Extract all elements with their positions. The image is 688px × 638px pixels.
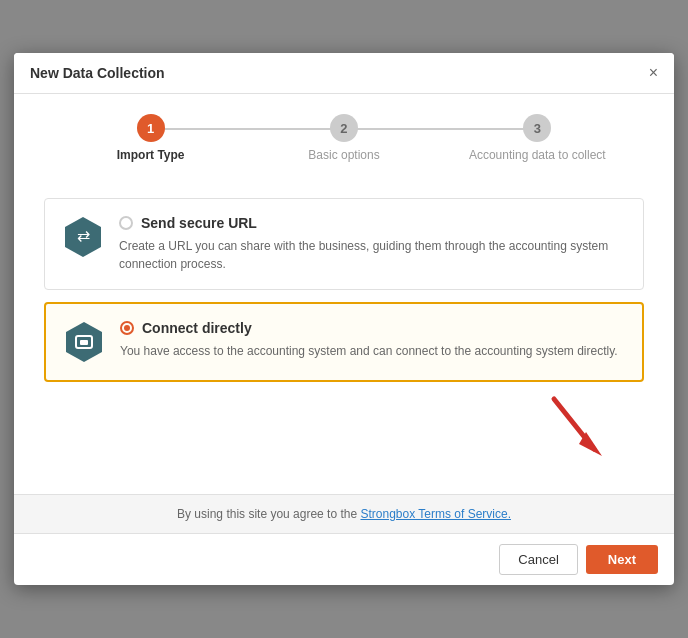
option-send-url-title: Send secure URL bbox=[141, 215, 257, 231]
option-send-url-content: Send secure URL Create a URL you can sha… bbox=[119, 215, 627, 273]
modal-header: New Data Collection × bbox=[14, 53, 674, 94]
modal-body: ⇄ Send secure URL Create a URL you can s… bbox=[14, 178, 674, 494]
option-send-url-desc: Create a URL you can share with the busi… bbox=[119, 237, 627, 273]
option-connect-directly-title: Connect directly bbox=[142, 320, 252, 336]
step-3-circle: 3 bbox=[523, 114, 551, 142]
step-2: 2 Basic options bbox=[247, 114, 440, 162]
option-connect-directly[interactable]: Connect directly You have access to the … bbox=[44, 302, 644, 382]
option-connect-directly-desc: You have access to the accounting system… bbox=[120, 342, 626, 360]
connect-directly-icon bbox=[62, 320, 106, 364]
option-connect-directly-content: Connect directly You have access to the … bbox=[120, 320, 626, 360]
option-connect-directly-radio bbox=[120, 321, 134, 335]
step-3-label: Accounting data to collect bbox=[469, 148, 606, 162]
option-send-url-header: Send secure URL bbox=[119, 215, 627, 231]
svg-rect-4 bbox=[80, 340, 88, 345]
terms-link[interactable]: Strongbox Terms of Service. bbox=[360, 507, 511, 521]
footer-note: By using this site you agree to the Stro… bbox=[14, 494, 674, 533]
option-send-url[interactable]: ⇄ Send secure URL Create a URL you can s… bbox=[44, 198, 644, 290]
step-3: 3 Accounting data to collect bbox=[441, 114, 634, 162]
arrow-area bbox=[44, 394, 644, 474]
step-1-label: Import Type bbox=[117, 148, 185, 162]
footer-note-text: By using this site you agree to the bbox=[177, 507, 360, 521]
option-connect-directly-header: Connect directly bbox=[120, 320, 626, 336]
cancel-button[interactable]: Cancel bbox=[499, 544, 577, 575]
stepper: 1 Import Type 2 Basic options 3 Accounti… bbox=[14, 94, 674, 178]
connect-directly-icon-wrap bbox=[62, 320, 106, 364]
modal-container: New Data Collection × 1 Import Type 2 Ba… bbox=[14, 53, 674, 585]
next-arrow-indicator bbox=[544, 394, 604, 464]
step-2-circle: 2 bbox=[330, 114, 358, 142]
modal-footer-actions: Cancel Next bbox=[14, 533, 674, 585]
close-button[interactable]: × bbox=[649, 65, 658, 81]
step-2-label: Basic options bbox=[308, 148, 379, 162]
send-url-icon: ⇄ bbox=[61, 215, 105, 259]
step-1-circle: 1 bbox=[137, 114, 165, 142]
modal-title: New Data Collection bbox=[30, 65, 165, 81]
step-1: 1 Import Type bbox=[54, 114, 247, 162]
send-url-icon-wrap: ⇄ bbox=[61, 215, 105, 259]
svg-text:⇄: ⇄ bbox=[77, 227, 90, 244]
option-send-url-radio bbox=[119, 216, 133, 230]
next-button[interactable]: Next bbox=[586, 545, 658, 574]
